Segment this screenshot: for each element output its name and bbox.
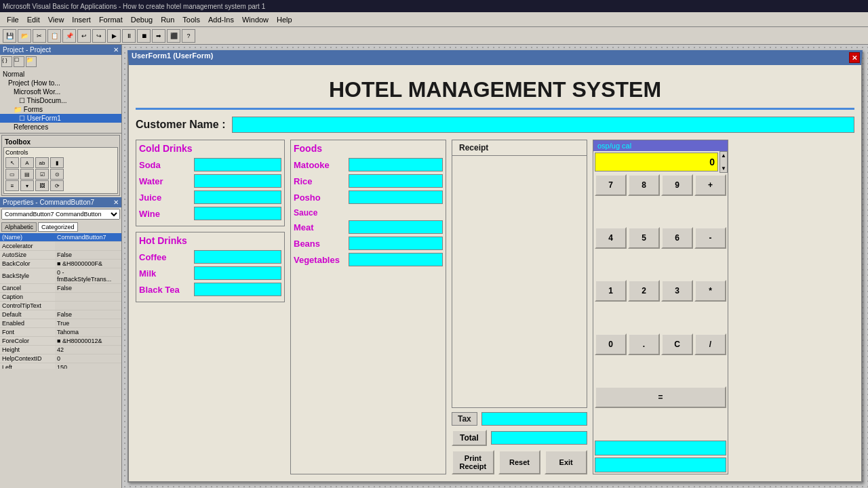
tool-pointer[interactable]: ↖ (5, 157, 19, 168)
prop-scroll-area[interactable]: (Name) CommandButton7 Accelerator AutoSi… (0, 233, 121, 369)
calc-btn-dot[interactable]: . (628, 333, 660, 355)
receipt-content[interactable] (452, 156, 587, 407)
prop-row-caption[interactable]: Caption (0, 293, 121, 302)
pe-toggle-folders[interactable]: 📁 (26, 56, 37, 67)
tool-check[interactable]: ☑ (35, 169, 49, 180)
calc-btn-6[interactable]: 6 (661, 227, 693, 249)
tb-save[interactable]: 💾 (3, 29, 16, 43)
tool-listbox[interactable]: ≡ (5, 180, 19, 191)
pe-item-thisdoc[interactable]: ☐ ThisDocum... (0, 96, 121, 105)
prop-row-helpcontext[interactable]: HelpContextID0 (0, 354, 121, 363)
prop-row-cancel[interactable]: CancelFalse (0, 284, 121, 293)
rice-input[interactable] (349, 174, 443, 188)
prop-tab-alphabetic[interactable]: Alphabetic (1, 222, 37, 232)
tb-step[interactable]: ➡ (152, 29, 165, 43)
tool-cmd[interactable]: ▤ (20, 169, 34, 180)
menu-format[interactable]: Format (95, 14, 127, 25)
reset-button[interactable]: Reset (498, 450, 541, 474)
calc-btn-plus[interactable]: + (694, 174, 726, 196)
prop-row-accelerator[interactable]: Accelerator (0, 242, 121, 251)
calc-btn-4[interactable]: 4 (595, 227, 627, 249)
scroll-down-arrow[interactable]: ▼ (721, 165, 726, 171)
prop-row-backcolor[interactable]: BackColor■ &H8000000F& (0, 260, 121, 268)
calc-btn-9[interactable]: 9 (661, 174, 693, 196)
prop-row-forecolor[interactable]: ForeColor■ &H80000012& (0, 337, 121, 346)
blacktea-input[interactable] (194, 283, 281, 296)
posho-input[interactable] (349, 190, 443, 204)
scroll-up-arrow[interactable]: ▲ (721, 152, 726, 159)
vegetables-input[interactable] (349, 253, 443, 266)
water-input[interactable] (194, 174, 281, 188)
calc-btn-clear[interactable]: C (661, 333, 693, 355)
tb-paste[interactable]: 📌 (62, 29, 76, 43)
tb-breakpoint[interactable]: ⬛ (167, 29, 180, 43)
tool-option[interactable]: ⊙ (50, 169, 64, 180)
calc-btn-7[interactable]: 7 (595, 174, 627, 196)
tax-input[interactable] (481, 412, 587, 426)
prop-row-controltip[interactable]: ControlTipText (0, 302, 121, 310)
prop-row-default[interactable]: DefaultFalse (0, 310, 121, 319)
prop-row-backstyle[interactable]: BackStyle0 - fmBackStyleTrans... (0, 268, 121, 284)
prop-object-select[interactable]: CommandButton7 CommandButton (1, 209, 120, 220)
beans-input[interactable] (349, 237, 443, 250)
meat-input[interactable] (349, 220, 443, 234)
pe-item-microsoft[interactable]: Microsoft Wor... (0, 87, 121, 96)
tb-help[interactable]: ? (182, 29, 195, 43)
calc-scrollbar[interactable]: ▲ ▼ (719, 151, 728, 173)
menu-window[interactable]: Window (238, 14, 273, 25)
tb-undo[interactable]: ↩ (77, 29, 91, 43)
tb-redo[interactable]: ↪ (92, 29, 106, 43)
menu-view[interactable]: View (44, 14, 68, 25)
calc-btn-divide[interactable]: / (694, 333, 726, 355)
menu-tools[interactable]: Tools (178, 14, 204, 25)
milk-input[interactable] (194, 266, 281, 280)
menu-addins[interactable]: Add-Ins (204, 14, 238, 25)
tool-scroll[interactable]: ▮ (50, 157, 64, 168)
form-window-close-button[interactable]: ✕ (849, 52, 860, 63)
calc-btn-equals[interactable]: = (595, 386, 726, 408)
total-button[interactable]: Total (452, 430, 487, 446)
pe-item-normal[interactable]: Normal (0, 70, 121, 79)
calc-btn-2[interactable]: 2 (628, 280, 660, 302)
menu-file[interactable]: File (3, 14, 23, 25)
pe-item-references[interactable]: References (0, 123, 121, 131)
calc-field-1[interactable] (595, 441, 726, 455)
total-input[interactable] (491, 431, 587, 445)
menu-edit[interactable]: Edit (23, 14, 44, 25)
tool-combo[interactable]: ▾ (20, 180, 34, 191)
pe-item-userform[interactable]: ☐ UserForm1 (0, 114, 121, 123)
menu-run[interactable]: Run (157, 14, 178, 25)
menu-insert[interactable]: Insert (68, 14, 95, 25)
pe-close-button[interactable]: ✕ (113, 46, 119, 54)
tb-copy[interactable]: 📋 (47, 29, 61, 43)
matooke-input[interactable] (349, 158, 443, 171)
menu-help[interactable]: Help (273, 14, 296, 25)
exit-button[interactable]: Exit (545, 450, 587, 474)
tb-cut[interactable]: ✂ (33, 29, 46, 43)
tb-run[interactable]: ▶ (107, 29, 121, 43)
tool-label[interactable]: A (20, 157, 34, 168)
tool-image[interactable]: 🖼 (35, 180, 49, 191)
tb-open[interactable]: 📂 (18, 29, 31, 43)
prop-row-enabled[interactable]: EnabledTrue (0, 319, 121, 328)
prop-row-left[interactable]: Left150 (0, 363, 121, 369)
calc-field-2[interactable] (595, 458, 726, 472)
pe-view-object[interactable]: ☐ (14, 56, 24, 67)
prop-row-font[interactable]: FontTahoma (0, 328, 121, 337)
tb-stop[interactable]: ⏹ (137, 29, 151, 43)
calc-btn-multiply[interactable]: * (694, 280, 726, 302)
print-receipt-button[interactable]: Print Receipt (452, 450, 494, 474)
calc-btn-minus[interactable]: - (694, 227, 726, 249)
calc-btn-3[interactable]: 3 (661, 280, 693, 302)
juice-input[interactable] (194, 190, 281, 204)
prop-tab-categorized[interactable]: Categorized (38, 222, 78, 232)
soda-input[interactable] (194, 158, 281, 171)
pe-item-project[interactable]: Project (How to... (0, 79, 121, 87)
tool-frame[interactable]: ▭ (5, 169, 19, 180)
coffee-input[interactable] (194, 250, 281, 264)
prop-row-height[interactable]: Height42 (0, 346, 121, 354)
tool-spin[interactable]: ⟳ (50, 180, 64, 191)
prop-row-name[interactable]: (Name) CommandButton7 (0, 233, 121, 242)
calc-btn-0[interactable]: 0 (595, 333, 627, 355)
calc-btn-5[interactable]: 5 (628, 227, 660, 249)
